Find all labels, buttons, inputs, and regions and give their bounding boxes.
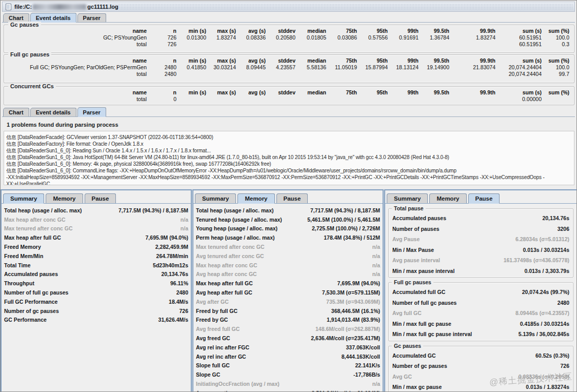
log-line: 信息 [DataReaderSun1_6_0]: Java HotSpot(TM… [6, 154, 572, 161]
stat-row: Number of full gc pauses 2480 [390, 298, 572, 308]
section-full-gc-pauses: Full gc pauses namenmin (s)max (s)avg (s… [4, 54, 574, 83]
stat-value: n/a [372, 262, 380, 268]
stat-row: Freed Mem/Min 264.78M/min [2, 251, 191, 261]
column-header: max (s) [209, 57, 238, 64]
stat-row: Accumulated GC 60.52s (0.3%) [390, 350, 572, 361]
stat-label: Slope full GC [196, 362, 230, 368]
stat-value: 7,695.9M (94.0%) [146, 234, 188, 241]
tab-chart[interactable]: Chart [3, 13, 29, 22]
stat-row: Min / max pause interval 0.013s / 3,303.… [390, 266, 572, 277]
window-title: file:/C:gc11111.log [14, 4, 118, 10]
column-header: 75th [329, 89, 360, 96]
tab-memory[interactable]: Memory [429, 193, 466, 203]
stat-value: 8,444.163K/coll [342, 354, 380, 360]
stat-label: Avg after GC [196, 299, 229, 305]
tab-summary[interactable]: Summary [3, 193, 44, 204]
tab-memory[interactable]: Memory [46, 193, 83, 203]
summary-rows: Total heap (usage / alloc. max) 7,717.5M… [2, 204, 191, 324]
column-header: sum (%) [544, 89, 572, 96]
stat-row: Min / max full gc pause interval 5.139s … [390, 329, 572, 340]
parser-tab-parser[interactable]: Parser [77, 107, 106, 117]
table-row: total 726 60.51951 0.3 [101, 41, 572, 48]
tab-summary[interactable]: Summary [387, 193, 428, 203]
group-title: Gc pauses [392, 343, 423, 349]
stat-label: Avg freed full GC [196, 326, 240, 332]
stat-row: Avg freed full GC 148.6M/coll (σ=262.887… [193, 324, 383, 334]
column-header: 95th [360, 57, 390, 64]
stat-row: Total Time 5d23h40m12s [2, 261, 191, 270]
stat-value: 735.3M (σ=943.069M) [326, 299, 380, 305]
parser-tab-event-details[interactable]: Event details [30, 108, 76, 116]
parser-tab-chart[interactable]: Chart [3, 108, 29, 116]
stat-label: Avg rel inc after FGC [196, 344, 249, 350]
section-title: Gc pauses [8, 22, 41, 28]
stat-row: Accumulated full GC 20,074.24s (99.7%) [390, 287, 572, 298]
group-gc-pauses: Gc pauses Accumulated GC 60.52s (0.3%) N… [388, 346, 573, 392]
tab-pause[interactable]: Pause [85, 193, 116, 203]
stat-label: Number of gc pauses [4, 308, 59, 314]
parser-log-area[interactable]: 信息 [DataReaderFacade]: GCViewer version … [4, 131, 574, 185]
group-full-gc-pauses: Full gc pauses Accumulated full GC 20,07… [388, 282, 573, 341]
column-header: 75th [329, 57, 360, 64]
stat-value: 0.013s / 3,303.79s [524, 268, 569, 274]
column-header: 99th [390, 89, 421, 96]
stat-label: Min / max full gc pause [392, 321, 451, 327]
stat-row: Min / max full gc pause 0.4185s / 30.032… [390, 319, 572, 329]
stat-value: 368,446.5M (16.1%) [331, 308, 380, 314]
tab-summary[interactable]: Summary [195, 193, 236, 203]
stat-value: n/a [372, 381, 380, 387]
stat-row: Avg heap after conc GC n/a [193, 270, 383, 279]
stat-value: 20,134.76s [542, 215, 569, 221]
stat-label: Avg promotion [196, 390, 234, 392]
stat-label: Number of pauses [392, 226, 440, 232]
stat-row: Number of pauses 3206 [390, 224, 572, 234]
cell-name: Full GC; PSYoungGen; ParOldGen; PSPermGe… [27, 64, 149, 71]
stat-row: Total heap (usage / alloc. max) 7,717.5M… [2, 206, 191, 215]
stat-label: Freed Memory [4, 244, 41, 250]
stat-value: 2,725.5M (100.0%) / 2,726M [312, 225, 380, 231]
tab-pause[interactable]: Pause [276, 193, 308, 203]
stat-value: 8,591.34K/coll (σ=31.034M) [311, 390, 380, 392]
column-header: 99th [390, 57, 421, 64]
section-concurrent-gcs: Concurrent GCs namenmin (s)max (s)avg (s… [4, 86, 574, 105]
group-title: Full gc pauses [392, 279, 433, 286]
stat-label: Perm heap (usage / alloc. max) [196, 234, 274, 241]
stat-row: Max tenured after conc GC n/a [2, 224, 191, 233]
column-header: min (s) [179, 28, 209, 34]
stat-row: Avg full GC 8.09445s (σ=4.23557) [390, 308, 572, 319]
stat-label: Avg heap after conc GC [196, 271, 257, 277]
stat-value: 8.09445s (σ=4.23557) [515, 310, 569, 316]
tab-memory[interactable]: Memory [237, 193, 274, 204]
stat-value: 2,282,459.9M [155, 244, 188, 250]
column-header: sum (s) [498, 28, 544, 34]
stat-row: Young heap (usage / alloc. max) 2,725.5M… [193, 224, 383, 233]
stat-label: Avg GC [392, 374, 412, 380]
stat-label: Accumulated pauses [392, 215, 446, 221]
stat-row: Avg heap after full GC 7,530.3M (σ=579.1… [193, 288, 383, 297]
stat-label: Min / max gc pause [392, 384, 442, 390]
column-header: sum (%) [544, 57, 572, 64]
column-header: avg (s) [238, 57, 268, 64]
column-header: min (s) [179, 57, 209, 64]
stat-label: Min / max full gc pause interval [392, 331, 472, 337]
stat-label: Tenured heap (usage / alloc. max) [196, 217, 282, 223]
stat-label: Freed by full GC [196, 308, 237, 314]
stat-row: Total heap (usage / alloc. max) 7,717.5M… [193, 206, 383, 215]
column-header: min (s) [179, 89, 209, 96]
stat-row: Avg pause interval 161.37498s (σ=436.057… [390, 255, 572, 266]
column-header: 99.5th [421, 28, 452, 34]
column-header: median [298, 89, 329, 96]
stat-value: 337.063K/coll [346, 344, 380, 350]
stat-label: Min / max pause interval [392, 268, 454, 274]
tab-parser[interactable]: Parser [77, 13, 106, 22]
stat-row: Accumulated pauses 20,134.76s [2, 270, 191, 279]
tab-pause[interactable]: Pause [468, 193, 500, 204]
stat-row: Max tenured after conc GC n/a [193, 242, 383, 251]
stat-label: Avg rel inc after GC [196, 354, 246, 360]
gc-pauses-table: namenmin (s)max (s)avg (s)stddevmedian75… [101, 28, 572, 48]
table-row: Full GC; PSYoungGen; ParOldGen; PSPermGe… [27, 64, 572, 71]
stat-row: Avg rel inc after GC 8,444.163K/coll [193, 352, 383, 361]
upper-tabstrip: Chart Event details Parser [2, 12, 575, 23]
titlebar-texture [96, 4, 572, 10]
stat-row: Freed by full GC 368,446.5M (16.1%) [193, 306, 383, 316]
